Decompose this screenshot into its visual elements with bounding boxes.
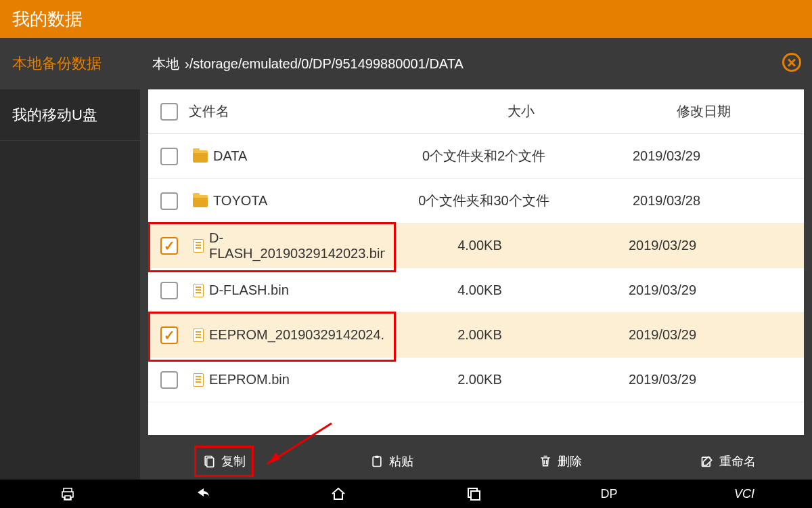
file-icon xyxy=(193,284,204,297)
trash-icon xyxy=(539,454,552,468)
file-size: 0个文件夹和30个文件 xyxy=(389,192,579,210)
sidebar: 本地备份数据我的移动U盘 xyxy=(0,38,140,480)
folder-icon xyxy=(193,195,208,207)
svg-rect-2 xyxy=(374,457,382,466)
nav-home-button[interactable] xyxy=(271,486,406,502)
file-name: D-FLASH.bin xyxy=(209,282,385,298)
recent-apps-icon xyxy=(466,486,482,502)
paste-button[interactable]: 粘贴 xyxy=(308,443,476,480)
row-checkbox[interactable] xyxy=(160,371,178,389)
app-title: 我的数据 xyxy=(0,7,140,31)
file-icon xyxy=(193,373,204,387)
column-header-date[interactable]: 修改日期 xyxy=(616,102,792,121)
file-list: DATA0个文件夹和2个文件2019/03/29TOYOTA0个文件夹和30个文… xyxy=(148,134,804,402)
file-name: EEPROM.bin xyxy=(209,372,385,387)
file-size: 4.00KB xyxy=(385,238,574,253)
back-icon xyxy=(195,486,211,502)
copy-label: 复制 xyxy=(221,453,246,469)
paste-icon xyxy=(370,454,384,468)
file-size: 0个文件夹和2个文件 xyxy=(389,147,579,165)
sidebar-item-0[interactable]: 本地备份数据 xyxy=(0,38,140,89)
file-name: DATA xyxy=(213,148,389,164)
svg-rect-0 xyxy=(205,457,212,465)
home-icon xyxy=(330,486,346,502)
sidebar-item-1[interactable]: 我的移动U盘 xyxy=(0,89,140,141)
breadcrumb-path: /storage/emulated/0/DP/951499880001/DATA xyxy=(189,56,464,72)
toolbar: 复制 粘贴 删除 重命名 xyxy=(140,443,812,480)
file-date: 2019/03/29 xyxy=(574,327,750,343)
delete-label: 删除 xyxy=(558,453,582,469)
content-area: 本地备份数据我的移动U盘 本地 › /storage/emulated/0/DP… xyxy=(0,38,812,480)
row-checkbox[interactable] xyxy=(160,282,178,299)
paste-label: 粘贴 xyxy=(389,453,413,469)
close-button[interactable] xyxy=(782,53,801,72)
svg-rect-3 xyxy=(376,456,379,458)
breadcrumb: 本地 › /storage/emulated/0/DP/951499880001… xyxy=(140,38,812,89)
file-row[interactable]: D-FLASH_20190329142023.bin4.00KB2019/03/… xyxy=(148,224,804,268)
file-size: 4.00KB xyxy=(385,282,574,298)
row-checkbox[interactable] xyxy=(160,237,178,255)
bottom-nav: DP VCI xyxy=(0,480,812,508)
nav-recent-button[interactable] xyxy=(406,486,541,502)
file-row[interactable]: D-FLASH.bin4.00KB2019/03/29 xyxy=(148,268,804,313)
file-date: 2019/03/29 xyxy=(574,372,750,387)
file-date: 2019/03/29 xyxy=(579,148,754,164)
file-panel: 文件名 大小 修改日期 DATA0个文件夹和2个文件2019/03/29TOYO… xyxy=(148,89,804,435)
folder-icon xyxy=(193,150,208,163)
svg-rect-1 xyxy=(207,458,214,467)
file-icon xyxy=(193,239,204,253)
rename-button[interactable]: 重命名 xyxy=(644,443,812,480)
svg-rect-6 xyxy=(471,491,480,500)
nav-back-button[interactable] xyxy=(135,486,271,502)
column-header-name[interactable]: 文件名 xyxy=(186,102,426,121)
copy-icon xyxy=(202,454,216,468)
file-name: D-FLASH_20190329142023.bin xyxy=(209,230,385,261)
row-checkbox[interactable] xyxy=(160,326,178,344)
rename-label: 重命名 xyxy=(719,453,756,469)
file-row[interactable]: DATA0个文件夹和2个文件2019/03/29 xyxy=(148,134,804,179)
file-date: 2019/03/29 xyxy=(574,238,750,253)
breadcrumb-local-label: 本地 xyxy=(152,55,179,73)
printer-icon xyxy=(60,486,76,502)
file-icon xyxy=(193,329,204,342)
nav-dp-button[interactable]: DP xyxy=(541,487,677,501)
row-checkbox[interactable] xyxy=(160,192,178,210)
column-header-size[interactable]: 大小 xyxy=(426,102,616,121)
file-row[interactable]: EEPROM.bin2.00KB2019/03/29 xyxy=(148,358,804,402)
file-size: 2.00KB xyxy=(385,327,574,343)
file-date: 2019/03/29 xyxy=(574,282,750,298)
delete-button[interactable]: 删除 xyxy=(476,443,644,480)
file-name: EEPROM_20190329142024.bin xyxy=(209,327,385,343)
nav-print-button[interactable] xyxy=(0,486,135,502)
rename-icon xyxy=(700,454,714,468)
row-checkbox[interactable] xyxy=(160,148,178,165)
select-all-checkbox[interactable] xyxy=(160,103,186,121)
file-name: TOYOTA xyxy=(213,193,389,209)
nav-vci-button[interactable]: VCI xyxy=(677,487,812,501)
file-date: 2019/03/28 xyxy=(579,193,754,209)
file-row[interactable]: TOYOTA0个文件夹和30个文件2019/03/28 xyxy=(148,179,804,224)
app-header: 我的数据 xyxy=(0,0,812,38)
table-header: 文件名 大小 修改日期 xyxy=(148,89,804,134)
breadcrumb-separator: › xyxy=(185,56,189,72)
file-size: 2.00KB xyxy=(385,372,574,387)
copy-button[interactable]: 复制 xyxy=(140,443,308,480)
main-panel: 本地 › /storage/emulated/0/DP/951499880001… xyxy=(140,38,812,480)
file-row[interactable]: EEPROM_20190329142024.bin2.00KB2019/03/2… xyxy=(148,313,804,358)
